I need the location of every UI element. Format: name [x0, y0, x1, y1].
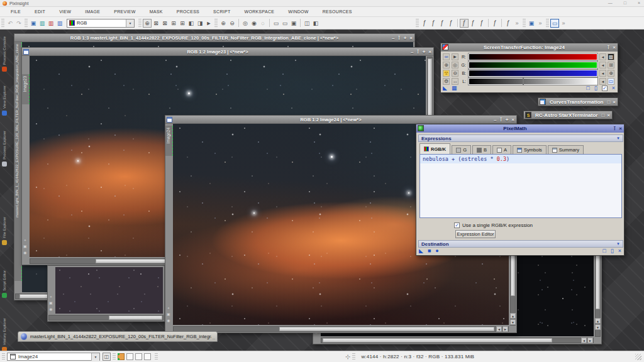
zoom-to-fit-icon[interactable] [160, 19, 169, 28]
scroll-down-icon[interactable]: ▼ [595, 324, 601, 330]
scroll-up-icon[interactable]: ▲ [510, 313, 516, 319]
apply-global-icon[interactable]: ■ [428, 248, 431, 254]
enabled-checkbox[interactable]: ✓ [602, 85, 608, 91]
image23-side-tab[interactable]: Image23 [22, 74, 30, 104]
menu-preview[interactable]: PREVIEW [107, 9, 142, 14]
stf-red-bar[interactable] [469, 53, 597, 60]
starx-panel[interactable]: S RC-Astro StarXTerminator □ × [523, 111, 613, 119]
redo-icon[interactable] [14, 19, 23, 28]
tab-a[interactable]: A [492, 145, 511, 154]
menu-file[interactable]: FILE [4, 9, 28, 14]
center-image-icon[interactable] [178, 19, 187, 28]
screen-stf-icon[interactable] [38, 19, 47, 28]
image24-side-tab[interactable]: Image24 [165, 126, 173, 156]
menu-workspace[interactable]: WORKSPACE [238, 9, 282, 14]
channel-selector[interactable]: RGB ▼ [67, 19, 135, 28]
iconize-icon[interactable]: – [494, 116, 496, 124]
sidebar-tab-history-explorer[interactable]: History Explorer [1, 318, 8, 351]
toolbar-handle[interactable] [523, 19, 526, 28]
close-icon[interactable]: × [619, 124, 622, 133]
view-selector[interactable]: Image24 ▼ [7, 353, 100, 361]
tile-windows-icon[interactable] [303, 19, 311, 28]
stf-6sigma-icon[interactable] [438, 19, 447, 28]
close-icon[interactable]: × [511, 116, 514, 124]
zoom-window-icon[interactable]: + [506, 116, 509, 124]
single-expression-checkbox[interactable]: ✓ [454, 222, 460, 228]
zoom-window-icon[interactable]: + [404, 34, 407, 42]
stf-boxed-icon[interactable] [460, 19, 469, 28]
zoom-in-icon[interactable] [219, 19, 228, 28]
shade-icon[interactable]: ⊺ [499, 116, 502, 124]
window-selector-icon[interactable] [23, 49, 29, 55]
workspace-4-button[interactable] [144, 353, 151, 360]
stf-lum-bar[interactable] [469, 78, 597, 85]
scroll-left-icon[interactable]: ◄ [581, 337, 587, 343]
menu-mask[interactable]: MASK [143, 9, 170, 14]
close-icon[interactable]: × [613, 43, 616, 52]
minimized-window-tab[interactable]: masterLight_BIN_1_4144x2822_EXPOSURE_120… [18, 331, 218, 342]
destination-section-header[interactable]: Destination ▼ [418, 240, 623, 248]
channel-grid-icon[interactable]: ⊞ [608, 62, 614, 69]
stf-misc-icon[interactable] [504, 19, 513, 28]
stf-reset-icon[interactable] [491, 19, 499, 28]
tab-summary[interactable]: Summary [548, 145, 584, 154]
sidebar-tab-view-explorer[interactable]: View Explorer [1, 85, 8, 116]
scroll-right-icon[interactable]: ► [587, 337, 593, 343]
stf-titlebar[interactable]: ScreenTransferFunction: Image24 ⊺ × [441, 43, 618, 52]
stf-auto-icon[interactable] [420, 19, 429, 28]
undo-icon[interactable] [6, 19, 14, 28]
v-scrollbar[interactable]: ▲ ▼ [595, 246, 601, 337]
reset-channel-icon[interactable]: ◄ [599, 70, 606, 77]
image23-frame-icons[interactable]: ⌖▣◉ [23, 238, 27, 255]
menu-view[interactable]: VIEW [52, 9, 78, 14]
expression-editor-button[interactable]: Expression Editor [455, 230, 496, 238]
image24-frame-icons[interactable]: ⌖▣◉ [167, 306, 170, 322]
new-window-icon[interactable] [29, 19, 38, 28]
window-minimize-button[interactable]: — [608, 1, 613, 5]
clone-titlebar[interactable]: RGB 1:3 masterLight_BIN_1_4144x2822_EXPO… [14, 34, 414, 42]
expand-section-icon[interactable]: ▼ [616, 242, 620, 246]
toolbar-handle[interactable] [1, 19, 4, 28]
overflow-chevron-icon[interactable] [536, 19, 545, 28]
menu-image[interactable]: IMAGE [78, 9, 107, 14]
pixelmath-titlebar[interactable]: PixelMath ⊺ × [416, 124, 624, 133]
close-icon[interactable]: × [409, 34, 413, 42]
app-titlebar[interactable]: PixInsight — □ × [0, 0, 644, 7]
midtone-slider[interactable] [523, 78, 524, 85]
overflow-chevron-icon[interactable] [513, 19, 521, 28]
statusbar-handle[interactable] [113, 353, 116, 361]
reset-channel-icon[interactable]: ◄ [599, 78, 606, 85]
scroll-left-icon[interactable]: ◄ [496, 326, 502, 332]
tab-b[interactable]: B [472, 145, 491, 154]
stf-green-bar[interactable] [469, 62, 597, 69]
tab-symbols[interactable]: Symbols [513, 145, 547, 154]
window-maximize-button[interactable]: □ [624, 1, 626, 5]
window-close-button[interactable]: × [638, 1, 640, 5]
stf-blue-bar[interactable] [469, 70, 597, 77]
readout-mode-icon[interactable] [143, 19, 152, 28]
iconize-icon[interactable]: – [411, 48, 413, 56]
expression-editor[interactable]: nebulosa + (estreles * 0.3) [419, 154, 622, 218]
zoom-optimal-icon[interactable] [258, 19, 267, 28]
new-preview-icon[interactable] [187, 19, 196, 28]
shade-icon[interactable]: ⊺ [613, 124, 616, 133]
close-icon[interactable]: × [613, 99, 616, 105]
scroll-down-icon[interactable]: ▼ [510, 319, 516, 325]
h-scrollbar[interactable]: ◄ ► [321, 337, 594, 343]
monitor-icon[interactable]: ▭ [608, 78, 614, 85]
scroll-right-icon[interactable]: ► [502, 326, 508, 332]
fit-view-icon[interactable] [152, 19, 160, 28]
background-image-canvas[interactable] [55, 267, 163, 314]
sidebar-tab-file-explorer[interactable]: File Explorer [1, 217, 8, 245]
stf-edit-icon[interactable] [429, 19, 438, 28]
toolbar-handle[interactable] [25, 19, 28, 28]
explorer-icon[interactable] [527, 19, 536, 28]
toolbar-handle[interactable] [138, 19, 142, 28]
menu-script[interactable]: SCRIPT [206, 9, 237, 14]
sidebar-tab-process-console[interactable]: Process Console [1, 36, 8, 72]
preview-rect3-icon[interactable] [289, 19, 298, 28]
menu-process[interactable]: PROCESS [170, 9, 206, 14]
chevron-down-icon[interactable]: ▼ [126, 19, 134, 27]
pan-mode-icon[interactable] [169, 19, 178, 28]
zoom-out-icon[interactable] [228, 19, 236, 28]
